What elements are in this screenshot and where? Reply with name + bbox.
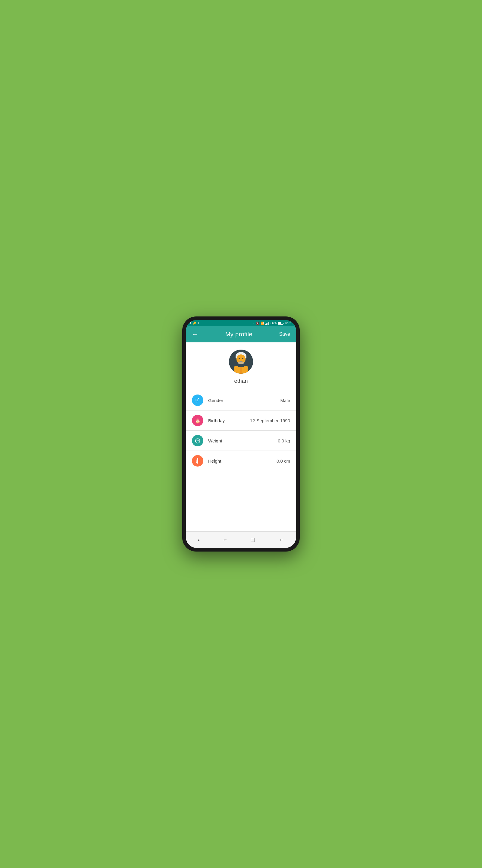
- svg-rect-10: [240, 367, 242, 374]
- back-button[interactable]: ←: [191, 329, 200, 339]
- svg-point-9: [244, 366, 248, 370]
- save-button[interactable]: Save: [278, 330, 291, 338]
- gender-icon-circle: ⚥: [192, 395, 203, 406]
- phone-screen: f 🔑 T − 🔇 📶 66% 12:31: [186, 320, 296, 548]
- status-icons-left: f 🔑 T: [190, 321, 199, 325]
- weight-label: Weight: [208, 438, 278, 443]
- gender-value: Male: [280, 398, 290, 403]
- svg-point-6: [238, 361, 244, 364]
- svg-point-4: [238, 358, 240, 359]
- bottom-nav: ● ⌐ □ ←: [186, 531, 296, 548]
- profile-list: ⚥ Gender Male 🎂 Birthday 12-September-19…: [186, 388, 296, 531]
- t-icon: T: [198, 321, 199, 325]
- height-label: Height: [208, 458, 277, 464]
- nav-back-button[interactable]: ←: [274, 535, 289, 544]
- avatar[interactable]: [229, 350, 253, 374]
- gender-item[interactable]: ⚥ Gender Male: [186, 390, 296, 410]
- facebook-icon: f: [190, 321, 191, 325]
- phone-shell: f 🔑 T − 🔇 📶 66% 12:31: [182, 316, 300, 552]
- svg-text:⚥: ⚥: [195, 398, 199, 403]
- weight-icon-circle: [192, 435, 203, 446]
- birthday-label: Birthday: [208, 418, 250, 423]
- status-bar: f 🔑 T − 🔇 📶 66% 12:31: [186, 320, 296, 326]
- weight-icon: [194, 437, 201, 444]
- svg-point-5: [242, 358, 244, 359]
- content-area: ethan ⚥ Gender Male: [186, 342, 296, 531]
- clock: 12:31: [284, 321, 292, 325]
- mute-icon: 🔇: [256, 321, 259, 325]
- battery-percent: 66%: [270, 321, 277, 325]
- battery-icon: [278, 322, 283, 324]
- birthday-value: 12-September-1990: [250, 418, 290, 423]
- birthday-icon-circle: 🎂: [192, 415, 203, 426]
- nav-dot-button[interactable]: ●: [193, 537, 204, 543]
- wifi-icon: 📶: [261, 321, 264, 325]
- avatar-section: ethan: [186, 342, 296, 388]
- svg-rect-15: [197, 458, 198, 464]
- nav-recent-button[interactable]: ⌐: [219, 535, 232, 544]
- app-bar: ← My profile Save: [186, 326, 296, 342]
- gender-icon: ⚥: [194, 397, 201, 404]
- height-icon-circle: [192, 455, 203, 467]
- username-label: ethan: [234, 378, 248, 384]
- key-icon: 🔑: [193, 321, 196, 325]
- gender-label: Gender: [208, 398, 280, 403]
- height-item[interactable]: Height 0.0 cm: [186, 451, 296, 471]
- weight-item[interactable]: Weight 0.0 kg: [186, 431, 296, 451]
- nav-home-button[interactable]: □: [246, 535, 259, 545]
- svg-point-8: [234, 366, 238, 370]
- avatar-image: [229, 350, 253, 374]
- weight-value: 0.0 kg: [278, 438, 290, 443]
- bluetooth-icon: −: [253, 321, 255, 325]
- birthday-icon: 🎂: [194, 417, 201, 424]
- signal-bars: [265, 322, 269, 325]
- svg-text:🎂: 🎂: [195, 418, 201, 424]
- status-icons-right: − 🔇 📶 66% 12:31: [253, 321, 292, 325]
- height-icon: [194, 458, 201, 464]
- birthday-item[interactable]: 🎂 Birthday 12-September-1990: [186, 410, 296, 431]
- height-value: 0.0 cm: [277, 458, 290, 464]
- page-title: My profile: [225, 331, 252, 338]
